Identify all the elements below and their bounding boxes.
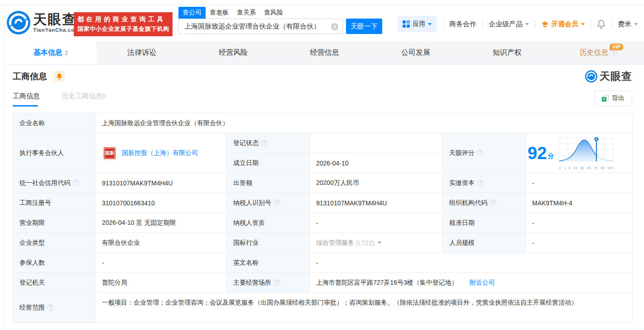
help-icon[interactable]: ? (274, 199, 280, 206)
taxpayer-qualification-value: - (310, 213, 443, 233)
tab-basic-info[interactable]: 基本信息 2 (5, 41, 96, 64)
label-text: 登记状态 (233, 139, 259, 147)
excel-icon: X (602, 95, 609, 102)
subtab-business-info[interactable]: 工商信息 (13, 92, 40, 107)
executive-partner-label: 执行事务合伙人 (13, 133, 96, 173)
menu-item-cooperation[interactable]: 商务合作 (449, 20, 476, 29)
search-button[interactable]: 天眼一下 (346, 19, 382, 34)
company-type-value: 有限合伙企业 (96, 233, 227, 253)
capital-label: 出资额 (227, 173, 310, 193)
chevron-down-icon (525, 23, 529, 25)
promo-banner-line1: 都在用的商业查询工具 (77, 15, 169, 24)
menu-divider (443, 20, 443, 28)
export-button[interactable]: X 导出 (594, 91, 632, 106)
registration-number-label: 工商注册号 (13, 193, 96, 213)
label-text: 组织机构代码 (449, 199, 487, 207)
nearby-companies-link[interactable]: 附近公司 (470, 279, 495, 287)
enterprise-label: 企业级产品 (489, 20, 523, 29)
capital-value: 20200万人民币 (310, 173, 443, 193)
site-logo[interactable]: 天眼查 TianYanCha.com (7, 11, 79, 34)
promo-banner-line2: 国家中小企业发展子基金旗下机构 (77, 25, 169, 33)
crown-icon (541, 21, 549, 28)
score-unit: 分 (548, 152, 554, 160)
score-number: 92 (528, 145, 547, 162)
chevron-down-icon (634, 23, 638, 25)
partner-seal-icon: 国新 (104, 147, 115, 159)
monitor-bell-button[interactable] (54, 71, 65, 82)
uscc-value: 91310107MAK9TM4H4U (96, 173, 227, 193)
tab-intellectual-property[interactable]: 知识产权 (461, 41, 553, 64)
help-icon[interactable]: ? (72, 180, 79, 186)
bell-icon (56, 73, 62, 80)
subtabs: 工商信息 历史工商信息0 (13, 92, 128, 107)
tab-label: 基本信息 (34, 48, 62, 58)
section-title: 工商信息 (13, 71, 47, 82)
watermark-logo: 天眼查 (585, 69, 632, 83)
user-account-menu[interactable]: 费米 (618, 20, 638, 29)
label-text: 纳税人识别号 (233, 199, 271, 207)
help-icon[interactable]: ? (477, 150, 484, 156)
staff-size-value: - (526, 233, 633, 253)
business-term-value: 2026-04-10 至 无固定期限 (96, 213, 227, 233)
clear-search-icon[interactable]: ✕ (331, 23, 338, 30)
tianyancha-eye-icon (7, 11, 30, 34)
org-code-value: MAK9TM4H-4 (526, 193, 633, 213)
search-tab-boss[interactable]: 查老板 (206, 7, 233, 19)
help-icon[interactable]: ? (47, 304, 54, 311)
registration-status-label: 登记状态 ? (227, 133, 310, 153)
chevron-down-icon[interactable] (378, 242, 381, 244)
search-tab-risk[interactable]: 查风险 (260, 7, 287, 19)
menu-item-enterprise[interactable]: 企业级产品 (489, 20, 529, 29)
business-address-label: 主要经营场所 ? (227, 273, 310, 293)
english-name-label: 英文名称 (227, 253, 310, 273)
label-text: 天眼评分 (449, 149, 475, 157)
business-scope-label: 经营范围 ? (13, 293, 96, 323)
tab-label: 经营风险 (219, 48, 248, 58)
tab-operating-risk[interactable]: 经营风险 (187, 41, 279, 64)
apps-grid-icon (403, 20, 410, 28)
partner-company-link[interactable]: 国新控股（上海）有限公司 (122, 149, 198, 157)
chevron-down-icon (428, 23, 432, 25)
score-chart-ticks: 0131550859799100 (558, 166, 614, 170)
label-text: 统一社会信用代码 (19, 179, 70, 187)
business-term-label: 营业期限 (13, 213, 96, 233)
header-menu: 应用 商务合作 企业级产品 开通会员 费米 (397, 16, 638, 32)
apps-menu-button[interactable]: 应用 (397, 16, 437, 32)
business-info-table: 企业名称 上海国脉致远企业管理合伙企业（有限合伙） 执行事务合伙人 国新 国新控… (13, 113, 632, 323)
label-text: 主要经营场所 (233, 279, 271, 287)
industry-name: 综合管理服务 (316, 239, 354, 247)
tab-legal-proceedings[interactable]: 法律诉讼 (96, 41, 188, 64)
menu-divider (535, 20, 535, 28)
tab-operating-info[interactable]: 经营信息 (279, 41, 370, 64)
search-area: 查公司 查老板 查关系 查风险 ✕ 天眼一下 (178, 6, 382, 34)
search-tab-company[interactable]: 查公司 (178, 7, 206, 19)
tab-company-development[interactable]: 公司发展 (370, 41, 461, 64)
chevron-down-icon (581, 23, 585, 25)
insured-count-value: - (96, 253, 227, 273)
tab-label: 历史信息 (579, 48, 608, 58)
approval-date-value: - (526, 213, 633, 233)
taxpayer-qualification-label: 纳税人资质 (227, 213, 310, 233)
export-label: 导出 (612, 94, 625, 102)
tab-label: 法律诉讼 (127, 48, 156, 58)
search-tab-relation[interactable]: 查关系 (233, 7, 260, 19)
taxpayer-id-value: 91310107MAK9TM4H4U (310, 193, 443, 213)
industry-code: (L722) (356, 239, 374, 247)
help-icon[interactable]: ? (261, 140, 268, 146)
tab-label: 知识产权 (493, 48, 522, 58)
company-type-label: 企业类型 (13, 233, 96, 253)
paidin-capital-label: 实缴资本 ? (443, 173, 526, 193)
main-content: 工商信息 天眼查 工商信息 历史工商信息0 X 导出 企业名称 上海国脉致远企业… (5, 65, 644, 330)
menu-item-vip[interactable]: 开通会员 (541, 20, 585, 29)
help-icon[interactable]: ? (274, 279, 280, 286)
notification-bell-icon[interactable] (597, 19, 606, 29)
help-icon[interactable]: ? (477, 180, 484, 186)
tab-history-info[interactable]: VIP 历史信息 ? (553, 41, 644, 64)
subtab-history-business-info[interactable]: 历史工商信息0 (62, 92, 106, 107)
search-input[interactable] (179, 19, 342, 34)
search-type-tabs: 查公司 查老板 查关系 查风险 (178, 6, 382, 19)
company-name-value: 上海国脉致远企业管理合伙企业（有限合伙） (96, 113, 633, 133)
registration-status-value (310, 133, 443, 153)
industry-value[interactable]: 综合管理服务 (L722) (310, 233, 443, 253)
help-icon[interactable]: ? (490, 199, 496, 206)
